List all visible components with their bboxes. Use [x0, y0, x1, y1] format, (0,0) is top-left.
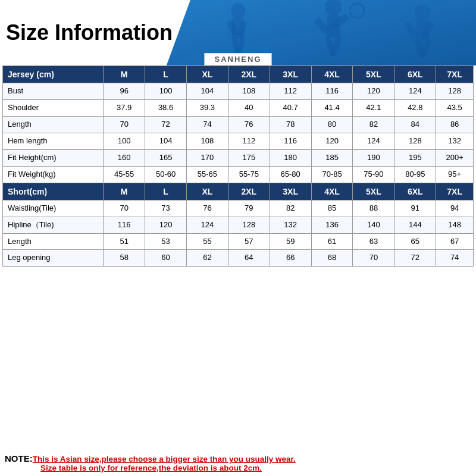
hem-m: 100	[104, 133, 145, 149]
fw-2xl: 55-75	[228, 166, 270, 183]
hl-7xl: 148	[436, 217, 474, 233]
waistling-row: Waistling(Tile) 70 73 76 79 82 85 88 91 …	[3, 200, 474, 217]
hem-l: 104	[145, 133, 187, 149]
hl-6xl: 144	[394, 217, 436, 233]
bust-label: Bust	[3, 83, 104, 100]
size-table: Jersey (cm) M L XL 2XL 3XL 4XL 5XL 6XL 7…	[2, 65, 474, 267]
length-6xl: 84	[394, 116, 436, 133]
sl-xl: 55	[186, 233, 228, 250]
sl-2xl: 57	[228, 233, 270, 250]
svg-point-3	[231, 3, 245, 18]
size-3xl: 3XL	[270, 66, 311, 83]
shoulder-2xl: 40	[228, 100, 270, 117]
bust-3xl: 112	[270, 83, 311, 100]
length-2xl: 76	[228, 116, 270, 133]
hem-5xl: 124	[353, 133, 394, 149]
short-6xl: 6XL	[394, 183, 436, 200]
short-length-label: Length	[3, 233, 104, 250]
page-title: Size Information	[6, 20, 173, 45]
hipline-label: Hipline（Tile)	[3, 217, 104, 233]
sl-4xl: 61	[311, 233, 353, 250]
bust-l: 100	[145, 83, 187, 100]
jersey-header-row: Jersey (cm) M L XL 2XL 3XL 4XL 5XL 6XL 7…	[3, 66, 474, 83]
fh-4xl: 185	[311, 149, 353, 166]
short-2xl: 2XL	[228, 183, 270, 200]
fw-4xl: 70-85	[311, 166, 353, 183]
fw-7xl: 95+	[436, 166, 474, 183]
size-6xl: 6XL	[394, 66, 436, 83]
size-5xl: 5XL	[353, 66, 394, 83]
short-7xl: 7XL	[436, 183, 474, 200]
shoulder-m: 37.9	[104, 100, 145, 117]
hem-4xl: 120	[311, 133, 353, 149]
sl-7xl: 67	[436, 233, 474, 250]
fw-m: 45-55	[104, 166, 145, 183]
lo-xl: 62	[186, 250, 228, 267]
table-container: Jersey (cm) M L XL 2XL 3XL 4XL 5XL 6XL 7…	[0, 65, 476, 449]
fit-weight-label: Fit Weight(kg)	[3, 166, 104, 183]
bust-row: Bust 96 100 104 108 112 116 120 124 128	[3, 83, 474, 100]
bust-2xl: 108	[228, 83, 270, 100]
length-xl: 74	[186, 116, 228, 133]
wl-l: 73	[145, 200, 187, 217]
lo-2xl: 64	[228, 250, 270, 267]
length-label: Length	[3, 116, 104, 133]
fh-xl: 170	[186, 149, 228, 166]
note-section: NOTE:This is Asian size,please choose a …	[0, 449, 476, 476]
page-wrapper: Size Information SANHENG Jersey (cm) M L…	[0, 0, 476, 476]
wl-m: 70	[104, 200, 145, 217]
lo-5xl: 70	[353, 250, 394, 267]
lo-7xl: 74	[436, 250, 474, 267]
waistling-label: Waistling(Tile)	[3, 200, 104, 217]
short-5xl: 5XL	[353, 183, 394, 200]
size-l: L	[145, 66, 187, 83]
short-l: L	[145, 183, 187, 200]
bust-7xl: 128	[436, 83, 474, 100]
fw-3xl: 65-80	[270, 166, 311, 183]
length-7xl: 86	[436, 116, 474, 133]
hl-m: 116	[104, 217, 145, 233]
length-4xl: 80	[311, 116, 353, 133]
note-line2-wrapper: Size table is only for reference,the dev…	[5, 464, 471, 472]
hipline-row: Hipline（Tile) 116 120 124 128 132 136 14…	[3, 217, 474, 233]
size-m: M	[104, 66, 145, 83]
short-section-label: Short(cm)	[3, 183, 104, 200]
short-3xl: 3XL	[270, 183, 311, 200]
bust-5xl: 120	[353, 83, 394, 100]
bust-m: 96	[104, 83, 145, 100]
length-3xl: 78	[270, 116, 311, 133]
shoulder-4xl: 41.4	[311, 100, 353, 117]
hem-xl: 108	[186, 133, 228, 149]
fw-6xl: 80-95	[394, 166, 436, 183]
size-2xl: 2XL	[228, 66, 270, 83]
svg-point-16	[415, 4, 430, 20]
lo-4xl: 68	[311, 250, 353, 267]
note-line1-text: This is Asian size,please choose a bigge…	[33, 455, 296, 464]
header-section: Size Information SANHENG	[0, 0, 476, 65]
shoulder-7xl: 43.5	[436, 100, 474, 117]
sl-5xl: 63	[353, 233, 394, 250]
shoulder-xl: 39.3	[186, 100, 228, 117]
length-5xl: 82	[353, 116, 394, 133]
hem-2xl: 112	[228, 133, 270, 149]
hem-7xl: 132	[436, 133, 474, 149]
size-7xl: 7XL	[436, 66, 474, 83]
brand-label: SANHENG	[204, 53, 271, 65]
fh-5xl: 190	[353, 149, 394, 166]
hem-length-label: Hem length	[3, 133, 104, 149]
shoulder-6xl: 42.8	[394, 100, 436, 117]
length-row: Length 70 72 74 76 78 80 82 84 86	[3, 116, 474, 133]
shoulder-row: Shoulder 37.9 38.6 39.3 40 40.7 41.4 42.…	[3, 100, 474, 117]
hl-2xl: 128	[228, 217, 270, 233]
size-4xl: 4XL	[311, 66, 353, 83]
fw-l: 50-60	[145, 166, 187, 183]
wl-4xl: 85	[311, 200, 353, 217]
shoulder-label: Shoulder	[3, 100, 104, 117]
shoulder-l: 38.6	[145, 100, 187, 117]
fh-7xl: 200+	[436, 149, 474, 166]
wl-xl: 76	[186, 200, 228, 217]
fw-xl: 55-65	[186, 166, 228, 183]
note-prefix: NOTE:	[5, 453, 33, 464]
size-xl: XL	[186, 66, 228, 83]
short-length-row: Length 51 53 55 57 59 61 63 65 67	[3, 233, 474, 250]
